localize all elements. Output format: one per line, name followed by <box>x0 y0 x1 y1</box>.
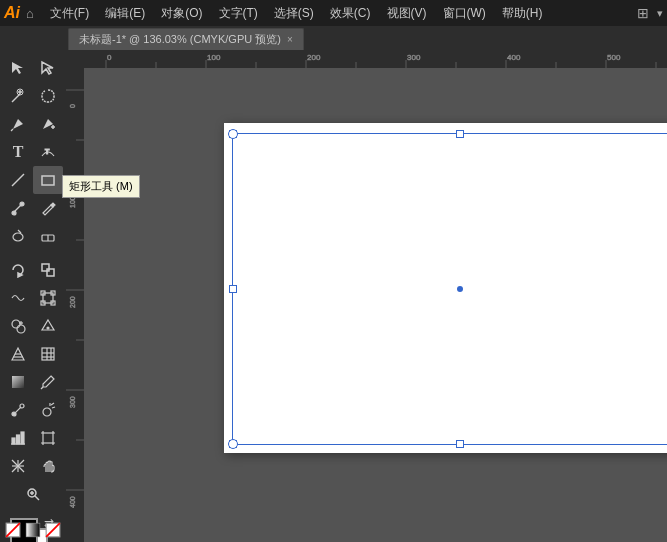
drawn-rectangle[interactable] <box>232 133 667 445</box>
magic-wand-tool-button[interactable] <box>3 82 33 110</box>
gradient-color-button[interactable] <box>23 520 43 540</box>
svg-marker-1 <box>42 62 53 74</box>
tool-row-zoom <box>0 480 66 508</box>
tool-row-selection <box>0 54 66 82</box>
svg-rect-72 <box>26 523 40 537</box>
tool-row-pen <box>0 110 66 138</box>
svg-line-10 <box>12 174 24 186</box>
menu-bar: 文件(F) 编辑(E) 对象(O) 文字(T) 选择(S) 效果(C) 视图(V… <box>42 3 637 24</box>
horizontal-ruler: 0 100 200 300 400 500 <box>66 50 667 68</box>
slice-tool-button[interactable] <box>3 452 33 480</box>
svg-text:100: 100 <box>69 196 76 208</box>
svg-line-6 <box>11 129 13 131</box>
ai-logo: Ai <box>4 4 20 22</box>
menu-window[interactable]: 窗口(W) <box>435 3 494 24</box>
blob-brush-tool-button[interactable] <box>3 222 33 250</box>
toolbar: T T <box>0 50 66 542</box>
app-icon: ⌂ <box>26 6 34 21</box>
svg-text:0: 0 <box>107 53 112 62</box>
perspective-grid-tool-button[interactable] <box>3 340 33 368</box>
artboard-tool-button[interactable] <box>33 424 63 452</box>
handle-bottom-mid[interactable] <box>456 440 464 448</box>
tool-row-blend <box>0 396 66 424</box>
menu-view[interactable]: 视图(V) <box>379 3 435 24</box>
direct-selection-tool-button[interactable] <box>33 54 63 82</box>
svg-text:400: 400 <box>507 53 521 62</box>
handle-top-mid[interactable] <box>456 130 464 138</box>
scale-tool-button[interactable] <box>33 256 63 284</box>
tool-row-slice <box>0 452 66 480</box>
svg-point-45 <box>43 408 51 416</box>
handle-circle-tl[interactable] <box>228 129 238 139</box>
tool-row-brush <box>0 194 66 222</box>
gradient-tool-button[interactable] <box>3 368 33 396</box>
menu-type[interactable]: 文字(T) <box>211 3 266 24</box>
eraser-tool-button[interactable] <box>33 222 63 250</box>
tab-close-button[interactable]: × <box>287 34 293 45</box>
svg-rect-11 <box>42 176 54 185</box>
handle-bottom-left[interactable] <box>229 440 237 448</box>
rectangle-tool-button[interactable] <box>33 166 63 194</box>
free-transform-tool-button[interactable] <box>33 284 63 312</box>
paintbrush-tool-button[interactable] <box>3 194 33 222</box>
artboard[interactable] <box>224 123 667 453</box>
svg-text:T: T <box>45 148 50 155</box>
canvas-background[interactable] <box>84 68 667 542</box>
eyedropper-tool-button[interactable] <box>33 368 63 396</box>
hand-tool-button[interactable] <box>33 452 63 480</box>
line-segment-tool-button[interactable] <box>3 166 33 194</box>
pen-tool-button[interactable] <box>3 110 33 138</box>
lasso-tool-button[interactable] <box>33 82 63 110</box>
center-point <box>457 286 463 292</box>
selection-tool-button[interactable] <box>3 54 33 82</box>
tool-row-shape-builder <box>0 312 66 340</box>
svg-point-28 <box>17 325 25 333</box>
warp-tool-button[interactable] <box>3 284 33 312</box>
none-color-button[interactable] <box>3 520 23 540</box>
column-graph-tool-button[interactable] <box>3 424 33 452</box>
add-anchor-tool-button[interactable] <box>33 110 63 138</box>
none-stroke-button[interactable] <box>43 520 63 540</box>
zoom-tool-button[interactable] <box>18 480 48 508</box>
mesh-tool-button[interactable] <box>33 340 63 368</box>
tool-row-type: T T <box>0 138 66 166</box>
menu-select[interactable]: 选择(S) <box>266 3 322 24</box>
canvas-area[interactable]: 0 100 200 300 400 500 <box>66 50 667 542</box>
handle-top-left[interactable] <box>229 130 237 138</box>
svg-line-67 <box>35 496 39 500</box>
svg-rect-35 <box>42 348 54 360</box>
handle-left-mid[interactable] <box>229 285 237 293</box>
svg-text:400: 400 <box>69 496 76 508</box>
shape-builder-tool-button[interactable] <box>3 312 33 340</box>
menu-effect[interactable]: 效果(C) <box>322 3 379 24</box>
blend-tool-button[interactable] <box>3 396 33 424</box>
rotate-tool-button[interactable] <box>3 256 33 284</box>
document-tab[interactable]: 未标题-1* @ 136.03% (CMYK/GPU 预览) × <box>68 28 304 50</box>
menu-edit[interactable]: 编辑(E) <box>97 3 153 24</box>
svg-text:200: 200 <box>307 53 321 62</box>
pencil-tool-button[interactable] <box>33 194 63 222</box>
svg-point-14 <box>12 211 16 215</box>
symbol-sprayer-tool-button[interactable] <box>33 396 63 424</box>
svg-text:300: 300 <box>407 53 421 62</box>
menu-file[interactable]: 文件(F) <box>42 3 97 24</box>
main-area: T T <box>0 50 667 542</box>
svg-point-31 <box>47 327 49 329</box>
tab-label: 未标题-1* @ 136.03% (CMYK/GPU 预览) <box>79 32 281 47</box>
menu-help[interactable]: 帮助(H) <box>494 3 551 24</box>
menu-object[interactable]: 对象(O) <box>153 3 210 24</box>
type-on-path-tool-button[interactable]: T <box>33 138 63 166</box>
handle-circle-bl[interactable] <box>228 439 238 449</box>
svg-rect-98 <box>66 50 84 542</box>
chevron-down-icon: ▾ <box>657 7 663 20</box>
svg-rect-21 <box>47 269 54 276</box>
svg-line-47 <box>52 407 55 408</box>
svg-point-42 <box>12 412 16 416</box>
svg-text:500: 500 <box>607 53 621 62</box>
tool-row-perspective <box>0 340 66 368</box>
svg-rect-49 <box>12 438 15 444</box>
live-paint-tool-button[interactable] <box>33 312 63 340</box>
svg-text:200: 200 <box>69 296 76 308</box>
svg-point-43 <box>20 404 24 408</box>
type-tool-button[interactable]: T <box>3 138 33 166</box>
